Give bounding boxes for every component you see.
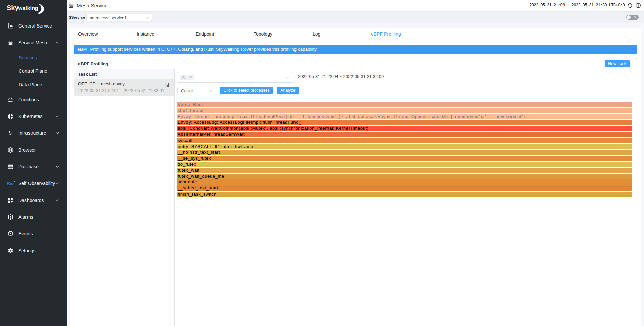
- svg-text:Sw: Sw: [7, 181, 14, 186]
